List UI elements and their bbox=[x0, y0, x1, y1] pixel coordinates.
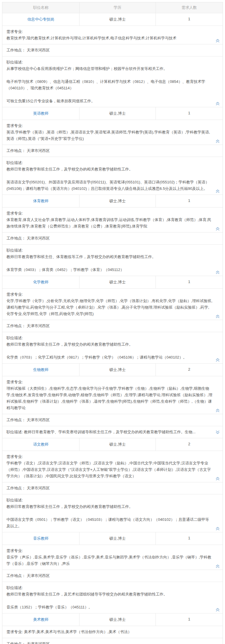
count-value: 1 bbox=[155, 107, 223, 120]
description-block: 职位描述: 教师日常教育教学、学科竞赛培训辅导和班主任工作，及学校交办的相关教育… bbox=[2, 426, 223, 438]
position-row: 语文教师 硕士,博士 2 bbox=[2, 438, 223, 451]
description-content: 教师日常教育教学和班主任工作，及学校交办的相关教育教学辅助性工作。中国语言文学类… bbox=[6, 504, 213, 529]
major-content: 理科试验班（大类招生）,生物科学,生态学,生物化学与分子生物学,学科教学（生物）… bbox=[6, 386, 212, 410]
description-content: 教师日常教育教学和班主任工作，及学校交办的相关教育教学辅助性工作。化学类（070… bbox=[6, 341, 213, 361]
description-content: 教师日常教育教学和班主任工作，及艺术社团组织辅导等学校交办的相关教育教学辅助性工… bbox=[6, 591, 213, 610]
major-block: 需求专业:体育教育,体育人文社会学,体育教学,运动人体科学,体育教育训练学,运动… bbox=[2, 207, 223, 232]
description-paragraph: 英语语言文学(050201)、外国语言学及应用语言学(050211)、英语笔译(… bbox=[6, 179, 213, 192]
major-collapse-icon[interactable] bbox=[215, 477, 220, 481]
description-content: 教师日常教育教学和班主任、体育教练等工作，及学校交办的相关教育教学辅助性工作。体… bbox=[6, 254, 213, 273]
major-content: 体育教育,体育人文社会学,体育教学,运动人体科学,体育教育训练学,运动训练,学科… bbox=[6, 218, 211, 228]
position-row: 英语教师 硕士,博士 1 bbox=[2, 107, 223, 120]
location-label: 工作地点： bbox=[6, 148, 26, 153]
major-block: 需求专业: 美术学,美术,美术与书法,美术学（书法创作方向）,美术（书法） bbox=[2, 626, 223, 638]
location-label: 工作地点： bbox=[6, 642, 26, 644]
table-body: 信息中心专技岗 硕士,博士 1 需求专业:教育技术学,现代教育技术,计算机软件与… bbox=[2, 13, 223, 644]
description-block: 职位描述:教师日常教育教学和班主任工作，及学校交办的相关教育教学辅助性工作。化学… bbox=[2, 332, 223, 363]
major-collapse-icon[interactable] bbox=[215, 564, 220, 568]
description-content: 教师日常教育教学和班主任工作，及学校交办的相关教育教学辅助性工作。英语语言文学(… bbox=[6, 166, 213, 192]
position-link[interactable]: 体育教师 bbox=[33, 199, 49, 203]
major-block: 需求专业:学科教学（语文）,汉语言文学,汉语言文学（师范）,汉语言文学（励耘）,… bbox=[2, 451, 223, 482]
count-value: 1 bbox=[155, 13, 223, 26]
position-section: 化学教师 硕士,博士 1 需求专业:化学,学科教学（化学）,分析化学,无机化学,… bbox=[2, 276, 223, 363]
location-block: 工作地点： 天津市河西区 bbox=[2, 482, 223, 494]
location-block: 工作地点： 天津市河西区 bbox=[2, 320, 223, 332]
position-name-cell: 信息中心专技岗 bbox=[2, 13, 79, 26]
major-label: 需求专业: bbox=[6, 291, 213, 298]
description-collapse-icon[interactable] bbox=[215, 608, 220, 612]
description-expand-icon[interactable] bbox=[215, 430, 220, 434]
major-collapse-icon[interactable] bbox=[215, 139, 220, 143]
description-collapse-icon[interactable] bbox=[215, 358, 220, 362]
position-link[interactable]: 美术教师 bbox=[33, 617, 49, 622]
location-value: 天津市河西区 bbox=[27, 148, 50, 153]
position-name-cell: 生物教师 bbox=[2, 364, 79, 376]
position-link[interactable]: 英语教师 bbox=[33, 111, 49, 116]
major-block: 需求专业:理科试验班（大类招生）,生物科学,生态学,生物化学与分子生物学,学科教… bbox=[2, 376, 223, 414]
position-name-cell: 体育教师 bbox=[2, 195, 79, 207]
position-link[interactable]: 生物教师 bbox=[33, 367, 49, 372]
location-value: 天津市河西区 bbox=[27, 236, 50, 240]
position-section: 体育教师 硕士,博士 1 需求专业:体育教育,体育人文社会学,体育教学,运动人体… bbox=[2, 195, 223, 276]
count-value: 1 bbox=[155, 613, 223, 626]
description-label: 职位描述: bbox=[6, 59, 213, 66]
degree-value: 硕士,博士 bbox=[79, 532, 155, 545]
position-link[interactable]: 信息中心专技岗 bbox=[27, 17, 54, 21]
location-block: 工作地点： 天津市河西区 bbox=[2, 570, 223, 582]
major-content: 英语,学科教学（英语）,英语（师范）,英语语言文学,英语笔译,英语师范,学科教学… bbox=[6, 130, 210, 141]
major-collapse-icon[interactable] bbox=[215, 39, 220, 43]
degree-value: 硕士,博士 bbox=[79, 438, 155, 451]
position-row: 美术教师 硕士,博士 1 bbox=[2, 613, 223, 626]
position-link[interactable]: 语文教师 bbox=[33, 442, 49, 446]
position-row: 信息中心专技岗 硕士,博士 1 bbox=[2, 13, 223, 26]
major-collapse-icon[interactable] bbox=[215, 409, 220, 413]
location-block: 工作地点： 天津市河西区 bbox=[2, 232, 223, 244]
location-label: 工作地点： bbox=[6, 418, 26, 422]
description-content: 从事学校信息中心各应用系统维护工作；网络信息管理和维护；校园平台软件开发等相关工… bbox=[6, 66, 213, 104]
major-block: 需求专业:音乐学（声乐）,音乐,美术学,音乐学（器乐）,音乐学,美术,音乐与舞蹈… bbox=[2, 545, 223, 570]
degree-value: 硕士,博士 bbox=[79, 364, 155, 376]
location-label: 工作地点： bbox=[6, 573, 26, 578]
major-label: 需求专业: bbox=[6, 29, 213, 35]
description-label: 职位描述: bbox=[6, 335, 213, 341]
major-label: 需求专业: bbox=[6, 454, 213, 460]
major-collapse-icon[interactable] bbox=[215, 315, 220, 319]
position-row: 音乐教师 硕士,博士 1 bbox=[2, 532, 223, 545]
description-label: 职位描述: bbox=[6, 585, 213, 591]
location-label: 工作地点： bbox=[6, 48, 26, 52]
col-header-position: 职位名称 bbox=[2, 2, 79, 13]
position-link[interactable]: 化学教师 bbox=[33, 280, 49, 284]
degree-value: 硕士,博士 bbox=[79, 613, 155, 626]
description-collapse-icon[interactable] bbox=[215, 527, 220, 531]
location-value: 天津市河西区 bbox=[27, 486, 50, 490]
major-content: 美术学,美术,美术与书法,美术学（书法创作方向）,美术（书法） bbox=[23, 630, 132, 634]
major-block: 需求专业:教育技术学,现代教育技术,计算机软件与理论,计算机科学技术,电子信息科… bbox=[2, 26, 223, 44]
count-value: 2 bbox=[155, 438, 223, 451]
location-value: 天津市河西区 bbox=[27, 324, 50, 328]
location-label: 工作地点： bbox=[6, 486, 26, 490]
description-paragraph: 电子科学与技术（0809）、信息与通信工程（0810）、计算机科学与技术（081… bbox=[6, 78, 213, 91]
major-label: 需求专业: bbox=[6, 548, 213, 554]
description-block: 职位描述:从事学校信息中心各应用系统维护工作；网络信息管理和维护；校园平台软件开… bbox=[2, 56, 223, 107]
major-label: 需求专业: bbox=[6, 123, 213, 129]
major-content: 教育技术学,现代教育技术,计算机软件与理论,计算机科学技术,电子信息科学与技术,… bbox=[6, 36, 176, 40]
major-block: 需求专业:化学,学科教学（化学）,分析化学,无机化学,物理化学,化学（师范）,化… bbox=[2, 288, 223, 320]
location-value: 天津市河西区 bbox=[27, 642, 50, 644]
position-link[interactable]: 音乐教师 bbox=[33, 536, 49, 541]
description-paragraph: 教师日常教育教学和班主任工作，及学校交办的相关教育教学辅助性工作。 bbox=[6, 341, 213, 348]
description-collapse-icon[interactable] bbox=[215, 189, 220, 193]
location-label: 工作地点： bbox=[6, 324, 26, 328]
description-collapse-icon[interactable] bbox=[215, 270, 220, 275]
major-content: 学科教学（语文）,汉语言文学,汉语言文学（师范）,汉语言文学（励耘）,中国古代文… bbox=[6, 461, 211, 478]
major-collapse-icon[interactable] bbox=[215, 227, 220, 231]
description-collapse-icon[interactable] bbox=[215, 102, 220, 106]
position-section: 美术教师 硕士,博士 1 需求专业: 美术学,美术,美术与书法,美术学（书法创作… bbox=[2, 613, 223, 644]
description-paragraph: 教师日常教育教学和班主任工作，及学校交办的相关教育教学辅助性工作。 bbox=[6, 504, 213, 510]
position-name-cell: 英语教师 bbox=[2, 107, 79, 120]
position-row: 体育教师 硕士,博士 1 bbox=[2, 195, 223, 207]
count-value: 1 bbox=[155, 195, 223, 207]
major-content: 化学,学科教学（化学）,分析化学,无机化学,物理化学,化学（师范）,化学（强基计… bbox=[6, 299, 212, 316]
description-paragraph: 教师日常教育教学和班主任、体育教练等工作，及学校交办的相关教育教学辅助性工作。 bbox=[6, 254, 213, 260]
location-label: 工作地点： bbox=[6, 236, 26, 240]
description-content: 教师日常教育教学、学科竞赛培训辅导和班主任工作，及学校交办的相关教育教学辅助性工… bbox=[23, 430, 196, 434]
